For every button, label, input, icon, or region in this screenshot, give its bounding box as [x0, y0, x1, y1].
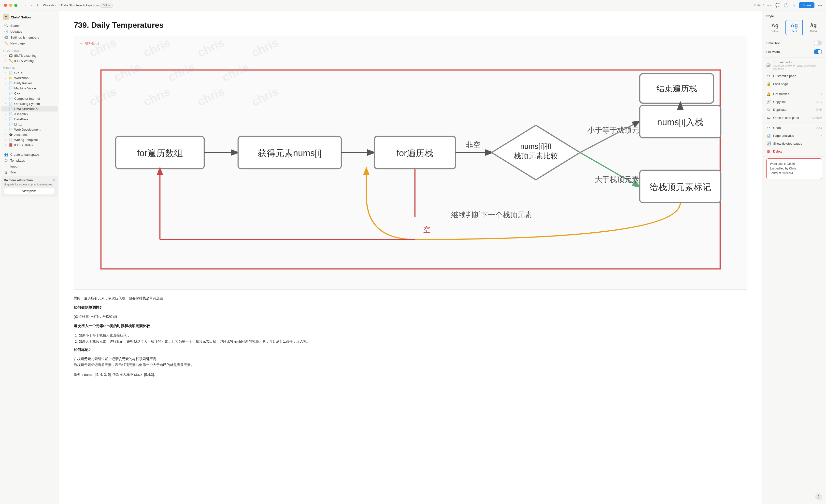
sidebar-item-machine-vision[interactable]: › 📄 Machine Vision — [1, 86, 58, 91]
menu-item-label: Open in side peek — [773, 116, 799, 120]
edit-time-label: Today at 9:09 AM — [770, 171, 818, 176]
menu-item-content: Turn into wiki Organize by owner, tags, … — [773, 60, 822, 70]
sidebar-item-daily-tracker[interactable]: › 📄 Daily tracker — [1, 80, 58, 86]
search-icon: 🔍 — [4, 23, 8, 27]
panel-menu-copy-link[interactable]: 🔗 Copy link ⌘+L — [762, 98, 826, 106]
style-panel-title: Style — [762, 11, 826, 20]
workspace-switcher[interactable]: C Chris' Notion ⌄ — [0, 13, 59, 22]
delete-icon: 🗑 — [766, 149, 771, 153]
panel-menu-open-side-peek[interactable]: ⬓ Open in side peek ⌥+Click — [762, 114, 826, 122]
svg-text:大于栈顶元素: 大于栈顶元素 — [595, 175, 639, 184]
list-item-1: 如果小于等于栈顶元素直接压入； — [79, 332, 747, 338]
close-dot[interactable] — [4, 4, 7, 7]
panel-menu-customize-page[interactable]: ⚙ Customize page — [762, 72, 826, 80]
page-icon: 📄 — [9, 81, 13, 85]
panel-menu-lock-page[interactable]: 🔒 Lock page — [762, 80, 826, 88]
sidebar-item-templates[interactable]: ⬡ Templates — [1, 158, 58, 163]
new-tab-button[interactable]: + — [35, 3, 40, 8]
sidebar-item-academic[interactable]: › 🎓 Academic — [1, 132, 58, 137]
upgrade-box: Do more with Notion × Upgrade for access… — [1, 176, 58, 197]
menu-item-label: Get notified — [773, 92, 790, 96]
arrow-text: 循环出口 — [85, 41, 99, 46]
minimize-dot[interactable] — [9, 4, 12, 7]
sidebar-item-assembly[interactable]: › 📄 Assembly — [1, 112, 58, 117]
star-icon[interactable]: ☆ — [792, 3, 795, 8]
favorites-section-label: Favorites — [0, 46, 59, 53]
menu-item-label: Customize page — [773, 74, 796, 78]
main-layout: C Chris' Notion ⌄ 🔍 Search 🕐 Updates ⚙️ … — [0, 11, 826, 504]
full-width-label: Full width — [766, 50, 780, 54]
view-plans-button[interactable]: View plans — [4, 188, 55, 194]
share-button[interactable]: Share — [799, 2, 815, 8]
panel-menu-get-notified[interactable]: 🔔 Get notified › — [762, 90, 826, 98]
svg-text:栈顶元素比较: 栈顶元素比较 — [514, 152, 558, 160]
panel-menu-delete[interactable]: 🗑 Delete — [762, 147, 826, 155]
toggle-thumb — [818, 50, 822, 54]
full-width-row: Full width — [762, 47, 826, 56]
panel-menu-show-deleted[interactable]: 🔄 Show deleted pages — [762, 139, 826, 147]
sidebar-item-ielts-listening[interactable]: › 🎧 IELTS Listening — [1, 53, 58, 58]
sidebar-item-settings[interactable]: ⚙️ Settings & members — [1, 35, 58, 40]
sidebar-item-import[interactable]: ↓ Import — [1, 163, 58, 169]
sidebar-item-operating-system[interactable]: › 📄 Operating System — [1, 101, 58, 106]
sidebar-item-search[interactable]: 🔍 Search — [1, 22, 58, 28]
page-content: 739. Daily Temperatures chris chris chri… — [59, 11, 762, 504]
small-text-toggle[interactable] — [814, 41, 822, 46]
breadcrumb-page[interactable]: Data Structure & Algorithm — [61, 3, 99, 7]
sidebar-item-workshop[interactable]: ⌄ 📁 Workshop — [1, 75, 58, 80]
style-option-serif[interactable]: Ag Serif — [785, 20, 803, 35]
templates-label: Templates — [10, 159, 25, 162]
svg-text:for遍历栈: for遍历栈 — [397, 148, 433, 158]
page-icon: 📄 — [9, 97, 13, 101]
menu-item-label: Undo — [773, 126, 781, 130]
panel-menu-undo[interactable]: ↩ Undo ⌘+Z — [762, 124, 826, 132]
sidebar-item-computer-internet[interactable]: › 📄 Computer Internet — [1, 96, 58, 101]
sidebar-item-web-development[interactable]: › 📄 Web Development — [1, 127, 58, 132]
sidebar-item-trash[interactable]: 🗑 Trash — [1, 169, 58, 175]
svg-text:小于等于栈顶元素: 小于等于栈顶元素 — [587, 126, 646, 134]
deleted-icon: 🔄 — [766, 141, 771, 145]
toggle-thumb — [814, 41, 818, 45]
more-icon[interactable]: ••• — [818, 3, 822, 8]
divider-4 — [762, 156, 826, 156]
updates-label: Updates — [10, 30, 22, 34]
sidebar-item-database[interactable]: › 📄 DataBase — [1, 117, 58, 122]
sidebar-item-create-teamspace[interactable]: 👥 Create a teamspace — [1, 151, 58, 158]
sidebar-item-updates[interactable]: 🕐 Updates — [1, 28, 58, 35]
workspace-name: Chris' Notion — [11, 15, 31, 19]
sidebar-item-linux[interactable]: › 📄 Linux — [1, 122, 58, 127]
forward-button[interactable]: › — [29, 3, 33, 8]
new-page-icon: ✏️ — [4, 41, 8, 45]
panel-menu-page-analytics[interactable]: 📊 Page analytics › — [762, 132, 826, 139]
page-icon: 📄 — [9, 86, 13, 90]
panel-menu-duplicate[interactable]: ⧉ Duplicate ⌘+D — [762, 106, 826, 114]
sidebar-item-new-page[interactable]: ✏️ New page — [1, 40, 58, 46]
chevron-icon: › — [4, 103, 7, 105]
breadcrumb-workshop[interactable]: Workshop — [43, 3, 57, 7]
menu-item-label: Duplicate — [773, 108, 786, 112]
upgrade-close-icon[interactable]: × — [53, 179, 55, 182]
history-icon[interactable]: 🕐 — [784, 3, 789, 8]
flowchart: chris chris chris chris chris chris chri… — [74, 36, 747, 290]
sidebar-item-ielts-diary[interactable]: › 📕 IELTS DIARY — [1, 142, 58, 147]
panel-menu-turn-into-wiki[interactable]: 🔄 Turn into wiki Organize by owner, tags… — [762, 58, 826, 72]
style-option-mono[interactable]: Ag Mono — [805, 20, 822, 35]
back-button[interactable]: ‹ — [23, 3, 27, 8]
help-button[interactable]: ? — [815, 493, 822, 500]
sidebar-item-cpp[interactable]: › 📄 C++ — [1, 91, 58, 96]
sidebar-item-gpt4[interactable]: › 📄 GPT4 — [1, 70, 58, 75]
undo-icon: ↩ — [766, 126, 771, 130]
style-serif-label: Serif — [791, 30, 797, 33]
style-option-default[interactable]: Ag Default — [766, 20, 783, 35]
maximize-dot[interactable] — [14, 4, 17, 7]
word-count-label: Word count: 23836 — [770, 162, 818, 166]
sidebar-item-ielts-writing[interactable]: › ✏️ IELTS Writing — [1, 58, 58, 63]
menu-item-desc: Organize by owner, tags, verification, a… — [773, 64, 822, 70]
sidebar-item-data-structure[interactable]: ⌄ 📄 Data Structure & ... — [1, 106, 58, 112]
sidebar-item-writing-template[interactable]: › 📄 Writing Template — [1, 137, 58, 142]
menu-item-label: Page analytics — [773, 134, 794, 137]
full-width-toggle[interactable] — [814, 49, 822, 54]
chevron-icon: › — [4, 144, 7, 146]
comment-icon[interactable]: 💬 — [775, 3, 780, 8]
item-label: Assembly — [14, 112, 28, 116]
